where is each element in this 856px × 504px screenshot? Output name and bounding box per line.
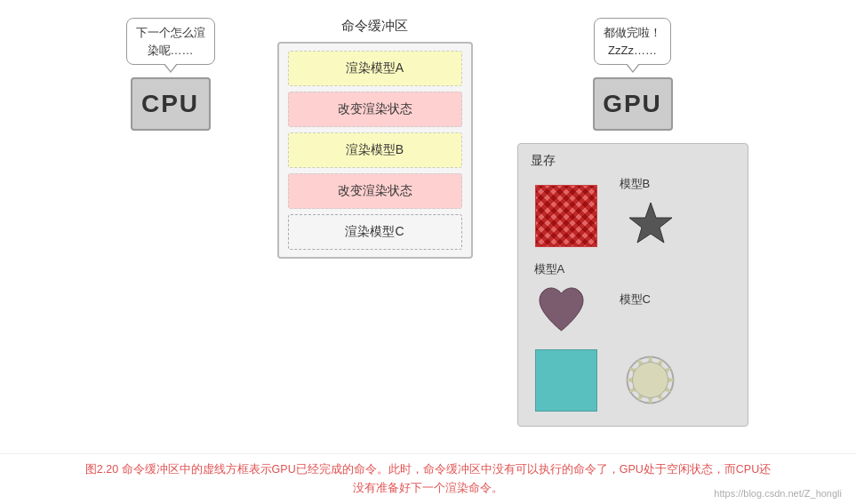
model-b-texture [531,183,602,250]
cmd-item-state-change-2: 改变渲染状态 [288,173,462,209]
cpu-label: CPU [141,90,199,118]
cmd-buffer-box: 渲染模型A 改变渲染状态 渲染模型B 改变渲染状态 渲染模型C [277,42,473,259]
model-b-right: 模型B [620,176,735,256]
footer-text: 图2.20 命令缓冲区中的虚线方框表示GPU已经完成的命令。此时，命令缓冲区中没… [85,460,771,499]
main-diagram: 下一个怎么渲染呢…… CPU 命令缓冲区 渲染模型A 改变渲染状态 渲染模型B … [0,0,856,453]
star-shape [620,194,682,256]
model-a-left: 模型A [531,261,611,341]
vram-grid: 模型B 模型A [531,176,735,413]
red-checkered-shape [535,185,597,247]
model-a-label: 模型A [534,261,565,277]
cmd-item-render-c: 渲染模型C [288,214,462,250]
cmd-buffer-title: 命令缓冲区 [341,18,408,35]
footer-line1: 图2.20 命令缓冲区中的虚线方框表示GPU已经完成的命令。此时，命令缓冲区中没… [85,463,771,476]
model-c-right-label: 模型C [620,292,735,311]
gpu-top: 都做完啦！ZzZz…… GPU [593,18,673,131]
teal-shape-container [531,347,602,413]
vram-title: 显存 [531,153,735,169]
footer-line2: 没有准备好下一个渲染命令。 [353,482,503,494]
svg-point-14 [633,363,668,398]
gpu-box: GPU [593,77,673,131]
cmd-item-render-b: 渲染模型B [288,132,462,168]
model-b-label: 模型B [620,176,651,192]
model-c-label: 模型C [620,292,651,308]
cmd-item-render-a: 渲染模型A [288,51,462,86]
cpu-section: 下一个怎么渲染呢…… CPU [100,18,242,131]
cmd-item-state-change-1: 改变渲染状态 [288,92,462,127]
gpu-speech-bubble: 都做完啦！ZzZz…… [594,18,671,65]
footer: 图2.20 命令缓冲区中的虚线方框表示GPU已经完成的命令。此时，命令缓冲区中没… [0,453,856,504]
teal-square-shape [535,349,597,412]
svg-marker-0 [629,203,672,243]
gpu-label: GPU [603,90,662,118]
command-buffer-section: 命令缓冲区 渲染模型A 改变渲染状态 渲染模型B 改变渲染状态 渲染模型C [268,18,482,259]
vram-section: 显存 模型B 模型A [517,143,748,427]
cpu-speech-bubble: 下一个怎么渲染呢…… [126,18,215,65]
heart-shape [531,279,593,341]
cpu-box: CPU [131,77,211,131]
watermark: https://blog.csdn.net/Z_hongli [714,488,842,499]
gpu-section: 都做完啦！ZzZz…… GPU 显存 模型B [508,18,757,427]
gear-shape [620,349,682,412]
